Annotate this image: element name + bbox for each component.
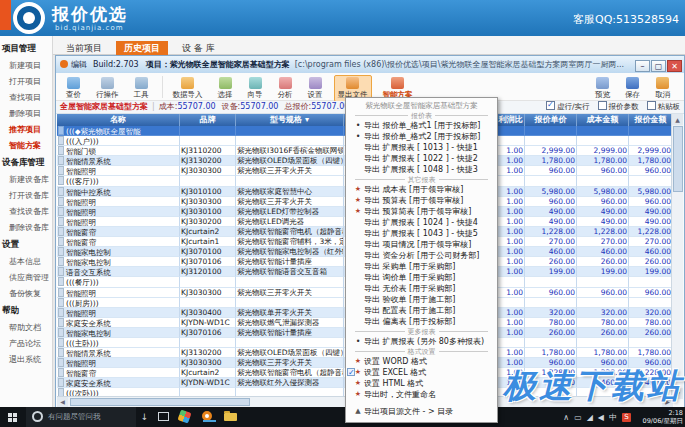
ime-cn-icon[interactable]: 中	[609, 412, 617, 423]
sidebar-item[interactable]: 备份恢复	[0, 285, 52, 301]
cell: 260.00	[629, 257, 673, 267]
vscroll-thumb[interactable]	[673, 126, 683, 192]
vertical-scrollbar[interactable]: ▲ ▼	[671, 114, 683, 399]
display-icon[interactable]: ▭	[574, 413, 582, 422]
toolbar-button[interactable]: 向导	[244, 75, 267, 102]
menu-item[interactable]: 导出 扩展报表 [ 1024 ] - 快捷4	[346, 217, 497, 228]
tab[interactable]: 设 备 库	[174, 41, 223, 56]
menu-item[interactable]: ★导出时，文件重命名	[346, 389, 497, 400]
column-header[interactable]: 报价单价	[525, 114, 577, 126]
menu-item[interactable]: •导出 扩展报表 (另外 80多种报表)	[346, 336, 497, 347]
sidebar-item[interactable]: 打开项目	[0, 73, 52, 89]
menu-item[interactable]: ★设置 EXCEL 格式	[346, 367, 497, 378]
triangle-icon: ▲	[353, 406, 363, 417]
sogou-icon[interactable]: S	[622, 413, 631, 422]
toolbar-button[interactable]: 设置	[304, 75, 327, 102]
status-checkbox[interactable]: 粘贴板	[647, 101, 681, 113]
toolbar-button[interactable]: 数据导入	[169, 75, 207, 102]
status-checkbox[interactable]: 报价参数	[598, 101, 639, 113]
sidebar-item[interactable]: 供应商管理	[0, 269, 52, 285]
menu-item[interactable]: 导出 扩展报表 [ 1043 ] - 快捷5	[346, 228, 497, 239]
tab-active[interactable]: 历史项目	[116, 41, 168, 56]
toolbar-button[interactable]: 查价	[62, 75, 85, 102]
taskbar-clock[interactable]: 2:1809/06/星期日	[643, 409, 683, 425]
sidebar-item[interactable]: 智能方案	[0, 137, 52, 153]
task-view-icon[interactable]	[158, 412, 169, 421]
menu-item[interactable]: 导出 采购单 [用于采购部]	[346, 261, 497, 272]
sidebar-item[interactable]: 退出系统	[0, 351, 52, 367]
sidebar-item[interactable]: 打开设备库	[0, 187, 52, 203]
cell	[180, 176, 236, 186]
column-header[interactable]: 名称	[57, 114, 180, 126]
menu-item[interactable]: 导出 偏离表 [用于投标部]	[346, 316, 497, 327]
menu-item[interactable]: 导出 项目情况 [用于领导审核]	[346, 239, 497, 250]
sidebar-item[interactable]: 推荐项目	[0, 121, 52, 137]
scroll-up-icon[interactable]: ▲	[672, 114, 683, 125]
pinwheel-icon[interactable]	[177, 409, 191, 423]
app-circle-icon[interactable]	[202, 411, 212, 421]
toolbar-button[interactable]: 保存	[621, 75, 644, 102]
menu-item[interactable]: 导出 配置表 [用于施工部]	[346, 305, 497, 316]
cell: KJcurtain2	[180, 227, 236, 237]
sidebar-item[interactable]: 删除设备库	[0, 219, 52, 235]
scroll-left-icon[interactable]: ◀	[57, 397, 68, 407]
menu-item[interactable]: 导出 资金分析 [用于公司财务部]	[346, 250, 497, 261]
column-header[interactable]: 成本金额	[577, 114, 629, 126]
toolbar-button[interactable]: 预览	[591, 75, 614, 102]
column-header[interactable]: 品牌	[180, 114, 236, 126]
menu-item[interactable]: ★设置 WORD 格式	[346, 356, 497, 367]
scroll-right-icon[interactable]: ▶	[662, 397, 673, 407]
sidebar-item[interactable]: 帮助文档	[0, 319, 52, 335]
sidebar-item[interactable]: 查找项目	[0, 89, 52, 105]
hscroll-thumb[interactable]	[70, 398, 250, 406]
status-checkbox[interactable]: 虚行/实行	[546, 101, 590, 113]
toolbar-button[interactable]: 工具	[130, 75, 153, 102]
sidebar-item[interactable]: 新建设备库	[0, 171, 52, 187]
download-icon[interactable]	[137, 410, 152, 424]
taskbar-search-input[interactable]: 有问题尽管问我	[26, 407, 136, 427]
menu-item[interactable]: ▲导出项目源文件 - > 目录	[346, 406, 497, 417]
menu-item[interactable]: 导出 验收单 [用于施工部]	[346, 294, 497, 305]
volume-icon[interactable]: ◀	[598, 413, 604, 422]
cell: 紫光物联红外入侵探测器	[236, 378, 344, 388]
toolbar-button[interactable]: 选择	[214, 75, 237, 102]
sidebar-item[interactable]: 查找设备库	[0, 203, 52, 219]
menu-item[interactable]: ★设置 HTML 格式	[346, 378, 497, 389]
close-button[interactable]: ✕	[667, 60, 682, 72]
menu-item[interactable]: •导出 报价单_格式2 [用于投标部]	[346, 131, 497, 142]
toolbar-button[interactable]: 取消	[651, 75, 674, 102]
menu-item[interactable]: ★导出 成本表 [用于领导审核]	[346, 184, 497, 195]
cell: KJ3030400	[180, 308, 236, 318]
sidebar-item[interactable]: 产品论坛	[0, 335, 52, 351]
menu-item[interactable]: 导出 扩展报表 [ 1022 ] - 快捷2	[346, 153, 497, 164]
menu-item[interactable]: ★导出 预算表 [用于领导审核]	[346, 195, 497, 206]
tab[interactable]: 当前项目	[58, 41, 110, 56]
menu-item[interactable]: 导出 扩展报表 [ 1013 ] - 快捷1	[346, 142, 497, 153]
minimize-button[interactable]: –	[635, 60, 650, 72]
menu-item[interactable]: ★导出 预算简表 [用于领导审核]	[346, 206, 497, 217]
column-header[interactable]: 利润比	[497, 114, 525, 126]
menu-item[interactable]: 导出 询价单 [用于采购部]	[346, 272, 497, 283]
sidebar-item[interactable]: 基本信息	[0, 253, 52, 269]
column-header[interactable]: 型号规格 ▾	[236, 114, 344, 126]
maximize-button[interactable]: ▢	[651, 60, 666, 72]
chevron-up-icon[interactable]: ∧	[563, 413, 569, 422]
sidebar-item[interactable]: 新建项目	[0, 57, 52, 73]
toolbar-button[interactable]: 分析	[274, 75, 297, 102]
menu-item[interactable]: 导出 扩展报表 [ 1048 ] - 快捷3	[346, 164, 497, 175]
toolbar-button[interactable]: 行操作	[92, 75, 123, 102]
network-icon[interactable]: ◢	[587, 413, 593, 422]
sidebar-item[interactable]: 删除项目	[0, 105, 52, 121]
scroll-down-icon[interactable]: ▼	[672, 388, 683, 399]
folder-icon[interactable]	[224, 413, 237, 421]
menu-item[interactable]: •导出 报价单_格式1 [用于投标部]	[346, 120, 497, 131]
cell: 紫光物联OLED场景面板（四键）	[236, 156, 344, 166]
scheme-tab[interactable]: 全屋智能家居基础型方案	[60, 102, 148, 111]
cell: 1,228.00	[629, 227, 673, 237]
menu-item[interactable]: 导出 无价表 [用于采购部]	[346, 283, 497, 294]
cost-value: 55707.00	[177, 102, 215, 111]
column-header[interactable]: 报价金额	[629, 114, 673, 126]
cell-name: (((主卧)))	[57, 338, 180, 348]
start-button[interactable]	[0, 407, 24, 427]
cell: 490.00	[629, 207, 673, 217]
